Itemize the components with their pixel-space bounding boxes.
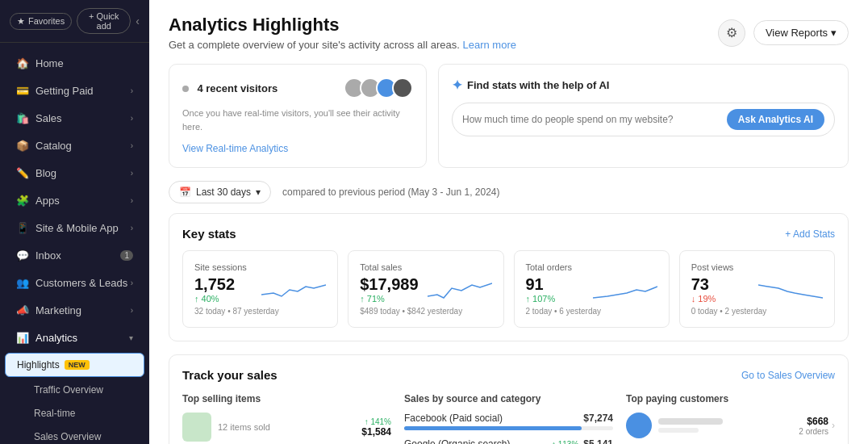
stat-value: 91 bbox=[526, 275, 556, 294]
view-reports-button[interactable]: View Reports ▾ bbox=[753, 20, 849, 45]
stat-value: 1,752 bbox=[194, 275, 235, 294]
stat-change: ↑ 40% bbox=[194, 294, 235, 304]
visitors-dot bbox=[182, 86, 189, 92]
highlights-active-item[interactable]: Highlights NEW bbox=[5, 353, 144, 377]
stat-sub: 0 today • 2 yesterday bbox=[691, 307, 823, 316]
chevron-right-icon: › bbox=[131, 306, 133, 315]
key-stats-section: Key stats + Add Stats Site sessions 1,75… bbox=[169, 213, 849, 341]
stat-change: ↓ 19% bbox=[691, 294, 716, 304]
chevron-down-icon: ▾ bbox=[129, 333, 133, 342]
date-filter-row: 📅 Last 30 days ▾ compared to previous pe… bbox=[149, 181, 868, 213]
chevron-right-icon: › bbox=[131, 224, 133, 232]
item-price: $1,584 bbox=[361, 426, 391, 438]
customers-title: Top paying customers bbox=[626, 393, 835, 404]
ai-input-wrapper: Ask Analytics AI bbox=[452, 103, 835, 136]
go-to-sales-overview-link[interactable]: Go to Sales Overview bbox=[741, 370, 835, 381]
date-picker[interactable]: 📅 Last 30 days ▾ bbox=[169, 181, 271, 203]
stat-sub: 32 today • 87 yesterday bbox=[194, 307, 326, 316]
sidebar-item-getting-paid[interactable]: 💳 Getting Paid › bbox=[5, 77, 144, 104]
sidebar-item-sales-overview[interactable]: Sales Overview bbox=[5, 425, 144, 444]
sidebar-item-apps[interactable]: 🧩 Apps › bbox=[5, 187, 144, 214]
quick-add-button[interactable]: + Quick add bbox=[77, 8, 131, 34]
sidebar-item-sales[interactable]: 🛍️ Sales › bbox=[5, 105, 144, 132]
view-realtime-link[interactable]: View Real-time Analytics bbox=[182, 143, 413, 154]
sidebar-item-catalog[interactable]: 📦 Catalog › bbox=[5, 132, 144, 159]
key-stats-title: Key stats bbox=[182, 227, 236, 241]
highlights-label: Highlights bbox=[17, 359, 60, 371]
sidebar-item-customers-leads[interactable]: 👥 Customers & Leads › bbox=[5, 270, 144, 296]
stat-card-orders: Total orders 91 ↑ 107% 2 today • 6 yeste… bbox=[514, 250, 670, 328]
page-title: Analytics Highlights bbox=[169, 15, 516, 36]
gear-icon: ⚙ bbox=[726, 25, 737, 40]
sidebar-item-inbox[interactable]: 💬 Inbox 1 bbox=[5, 242, 144, 269]
stat-label: Site sessions bbox=[194, 262, 326, 272]
customer-orders: 2 orders bbox=[799, 427, 828, 436]
stat-value: $17,989 bbox=[360, 275, 418, 294]
sidebar-item-real-time[interactable]: Real-time bbox=[5, 402, 144, 425]
chevron-right-icon: › bbox=[131, 141, 133, 150]
sidebar-item-marketing[interactable]: 📣 Marketing › bbox=[5, 297, 144, 324]
home-icon: 🏠 bbox=[16, 57, 29, 69]
sidebar-top-bar: ★ Favorites + Quick add ‹ bbox=[0, 0, 149, 43]
source-item: Facebook (Paid social) $7,274 bbox=[404, 413, 613, 430]
stat-change: ↑ 107% bbox=[526, 294, 556, 304]
stat-label: Total sales bbox=[360, 262, 491, 272]
header-actions: ⚙ View Reports ▾ bbox=[718, 19, 849, 47]
sidebar-item-traffic-overview[interactable]: Traffic Overview bbox=[5, 379, 144, 401]
favorites-button[interactable]: ★ Favorites bbox=[10, 13, 72, 30]
top-customers-col: Top paying customers $668 2 orders › bbox=[626, 393, 835, 444]
sparkline-chart bbox=[261, 279, 326, 301]
chevron-down-icon: ▾ bbox=[831, 27, 837, 39]
sidebar-item-site-mobile[interactable]: 📱 Site & Mobile App › bbox=[5, 215, 144, 241]
top-item: 12 items sold ↑ 141% $1,584 bbox=[182, 413, 391, 442]
settings-button[interactable]: ⚙ bbox=[718, 19, 745, 47]
sidebar-item-home[interactable]: 🏠 Home bbox=[5, 50, 144, 77]
customer-name-placeholder bbox=[658, 418, 723, 425]
site-mobile-icon: 📱 bbox=[16, 222, 29, 234]
item-change: ↑ 141% bbox=[361, 417, 391, 426]
top-cards-row: 4 recent visitors Once you have real-tim… bbox=[149, 51, 868, 181]
avatar bbox=[392, 77, 413, 98]
visitors-description: Once you have real-time visitors, you'll… bbox=[182, 107, 413, 133]
chevron-right-icon: › bbox=[131, 114, 133, 123]
blog-icon: ✏️ bbox=[16, 167, 29, 179]
ask-ai-button[interactable]: Ask Analytics AI bbox=[727, 109, 824, 130]
getting-paid-icon: 💳 bbox=[16, 85, 29, 97]
header-text: Analytics Highlights Get a complete over… bbox=[169, 15, 516, 51]
quick-add-label: + Quick add bbox=[84, 11, 123, 31]
visitors-header: 4 recent visitors bbox=[182, 77, 413, 98]
sidebar-item-blog[interactable]: ✏️ Blog › bbox=[5, 160, 144, 186]
chevron-right-icon: › bbox=[131, 86, 133, 95]
avatar-group bbox=[344, 77, 413, 98]
page-subtitle: Get a complete overview of your site's a… bbox=[169, 39, 516, 51]
analytics-icon: 📊 bbox=[16, 332, 29, 344]
ai-search-input[interactable] bbox=[462, 114, 720, 125]
stat-label: Total orders bbox=[526, 262, 657, 272]
stat-card-post-views: Post views 73 ↓ 19% 0 today • 2 yesterda… bbox=[679, 250, 835, 328]
date-comparison: compared to previous period (May 3 - Jun… bbox=[282, 186, 499, 198]
track-sales-section: Track your sales Go to Sales Overview To… bbox=[169, 354, 849, 444]
chevron-right-icon: › bbox=[131, 169, 133, 178]
sidebar-item-analytics[interactable]: 📊 Analytics ▾ bbox=[5, 325, 144, 351]
calendar-icon: 📅 bbox=[179, 186, 191, 198]
sales-icon: 🛍️ bbox=[16, 112, 29, 124]
sidebar-collapse-button[interactable]: ‹ bbox=[136, 15, 140, 27]
add-stats-button[interactable]: + Add Stats bbox=[785, 228, 835, 240]
customer-avatar bbox=[626, 413, 652, 438]
sparkline-chart bbox=[593, 279, 657, 301]
apps-icon: 🧩 bbox=[16, 195, 29, 207]
star-icon: ★ bbox=[17, 16, 25, 27]
customer-item: $668 2 orders › bbox=[626, 413, 835, 438]
stat-sub: 2 today • 6 yesterday bbox=[526, 307, 657, 316]
learn-more-link[interactable]: Learn more bbox=[462, 39, 515, 51]
ai-card-header: ✦ Find stats with the help of AI bbox=[452, 77, 835, 93]
favorites-label: Favorites bbox=[28, 16, 65, 26]
track-sales-title: Track your sales bbox=[182, 368, 278, 382]
sparkle-icon: ✦ bbox=[452, 77, 462, 93]
item-sold-count: 12 items sold bbox=[218, 422, 270, 432]
customer-detail-placeholder bbox=[658, 428, 699, 433]
page-header: Analytics Highlights Get a complete over… bbox=[149, 0, 868, 51]
catalog-icon: 📦 bbox=[16, 140, 29, 152]
track-sales-grid: Top selling items 12 items sold ↑ 141% $… bbox=[182, 393, 835, 444]
chevron-right-icon: › bbox=[832, 420, 835, 431]
